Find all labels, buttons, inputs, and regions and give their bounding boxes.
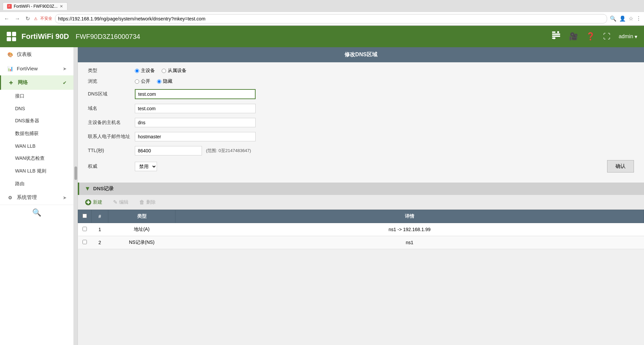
dns-zone-input[interactable] [135,89,256,99]
search-icon[interactable]: 🔍 [32,208,41,217]
col-detail: 详情 [175,210,644,223]
domain-input[interactable] [135,104,256,113]
dns-zone-field-wrap [135,89,634,99]
dns-records-icon: ▼ [85,185,91,192]
forward-btn[interactable]: → [13,14,21,23]
row1-num: 1 [92,223,108,236]
topnav-icons: 🎥 ❓ ⛶ admin ▾ [551,31,637,42]
radio-master-input[interactable] [135,69,139,73]
email-input[interactable] [135,132,256,141]
select-all-checkbox[interactable] [83,214,87,218]
edit-record-btn[interactable]: ✎ 编辑 [110,198,132,207]
topnav: FortiWiFi 90D FWF90D3Z16000734 🎥 ❓ ⛶ adm… [0,26,644,47]
tab-title: FortiWiFi - FWF90D3Z... [14,4,58,9]
fortiview-arrow-icon: ➤ [63,66,67,71]
sidebar-sub-dns[interactable]: DNS [0,102,73,115]
dns-zone-form: 修改DNS区域 类型 主设备 从属设备 [78,47,644,183]
network-check-icon: ✔ [63,80,67,85]
reload-btn[interactable]: ↻ [24,14,31,23]
video-icon[interactable]: 🎥 [569,32,578,41]
svg-point-4 [557,31,559,33]
tab-close-btn[interactable]: ✕ [60,4,63,9]
browser-tab[interactable]: F FortiWiFi - FWF90D3Z... ✕ [3,2,67,10]
radio-slave-label: 从属设备 [168,68,186,74]
type-label: 类型 [88,68,135,74]
help-icon[interactable]: ❓ [586,32,595,41]
sidebar-item-dashboard[interactable]: 🎨 仪表板 [0,47,73,62]
menu-icon[interactable]: ⋮ [636,15,641,22]
network-icon: ✚ [8,80,14,85]
logo-dot-2 [12,32,16,36]
hostname-input[interactable] [135,118,256,127]
back-btn[interactable]: ← [3,14,11,23]
authority-label: 权威 [88,163,135,169]
logo-dot-1 [7,32,11,36]
fullscreen-icon[interactable]: ⛶ [603,32,610,41]
dns-toolbar: ✚ 新建 ✎ 编辑 🗑 删除 [78,195,644,210]
row1-checkbox-cell[interactable] [78,223,92,236]
radio-public[interactable]: 公开 [135,78,150,84]
sidebar-sub-wan-llb-rules[interactable]: WAN LLB 规则 [0,165,73,178]
content-area: 修改DNS区域 类型 主设备 从属设备 [78,47,644,345]
sidebar-item-network[interactable]: ✚ 网络 ✔ [0,75,73,90]
browse-row: 浏览 公开 隐藏 [88,78,634,84]
browser-address-bar: ← → ↻ ⚠ 不安全 🔍 👤 ☆ ⋮ [0,12,644,25]
security-warning-icon: ⚠ [34,16,38,21]
admin-btn[interactable]: admin ▾ [619,33,637,40]
settings-icon[interactable] [551,31,561,42]
dns-records-title: DNS记录 [93,186,114,192]
authority-row: 权威 禁用 启用 确认 [88,160,634,172]
edit-icon: ✎ [113,199,117,205]
ttl-input[interactable] [135,146,202,155]
confirm-button[interactable]: 确认 [607,160,634,172]
tab-favicon: F [7,4,12,9]
browser-title-bar: F FortiWiFi - FWF90D3Z... ✕ [0,0,644,12]
ttl-field-wrap: (范围: 0至2147483647) [135,146,634,155]
sidebar-sub-dns-server[interactable]: DNS服务器 [0,115,73,127]
browser-action-icons: 🔍 👤 ☆ ⋮ [610,15,641,22]
row1-checkbox[interactable] [83,227,87,231]
table-row[interactable]: 1 地址(A) ns1 -> 192.168.1.99 [78,223,644,236]
sidebar-sub-wan-health[interactable]: WAN状态检查 [0,152,73,165]
sidebar-sub-packet-capture[interactable]: 数据包捕获 [0,127,73,140]
radio-hidden-input[interactable] [157,79,161,84]
security-label: 不安全 [40,16,52,21]
logo-dot-3 [7,37,11,42]
authority-select[interactable]: 禁用 启用 [135,162,157,171]
radio-slave[interactable]: 从属设备 [162,68,186,74]
table-header-row: # 类型 详情 [78,210,644,223]
table-row[interactable]: 2 NS记录(NS) ns1 [78,236,644,249]
radio-master[interactable]: 主设备 [135,68,155,74]
row2-checkbox-cell[interactable] [78,236,92,249]
radio-slave-input[interactable] [162,69,166,73]
sidebar-search[interactable]: 🔍 [0,205,73,220]
sidebar-item-fortiview[interactable]: 📊 FortiView ➤ [0,62,73,75]
hostname-field-wrap [135,118,634,127]
edit-btn-label: 编辑 [119,199,128,205]
sidebar-scrollbar[interactable] [74,47,78,345]
email-label: 联系人电子邮件地址 [88,134,135,140]
sidebar-sub-routing[interactable]: 路由 [0,178,73,190]
zoom-icon[interactable]: 🔍 [610,15,616,22]
system-mgmt-icon: ⚙ [7,195,13,200]
dns-records-header: ▼ DNS记录 [78,183,644,195]
hostname-row: 主设备的主机名 [88,118,634,127]
app: FortiWiFi 90D FWF90D3Z16000734 🎥 ❓ ⛶ adm… [0,26,644,345]
sidebar-item-system-mgmt[interactable]: ⚙ 系统管理 ➤ [0,190,73,205]
col-checkbox [78,210,92,223]
new-record-btn[interactable]: ✚ 新建 [82,198,106,207]
delete-record-btn[interactable]: 🗑 删除 [136,198,159,207]
profile-icon[interactable]: 👤 [619,15,626,22]
row2-checkbox[interactable] [83,240,87,244]
radio-hidden[interactable]: 隐藏 [157,78,172,84]
svg-point-5 [553,37,555,39]
form-body: 类型 主设备 从属设备 [78,62,644,183]
bookmark-icon[interactable]: ☆ [629,15,633,22]
dns-zone-row: DNS区域 [88,89,634,99]
address-bar-input[interactable] [55,14,607,23]
radio-public-input[interactable] [135,79,139,84]
sidebar-sub-wan-llb[interactable]: WAN LLB [0,140,73,152]
row1-type: 地址(A) [108,223,175,236]
fortiview-icon: 📊 [7,66,13,71]
sidebar-sub-interface[interactable]: 接口 [0,90,73,102]
